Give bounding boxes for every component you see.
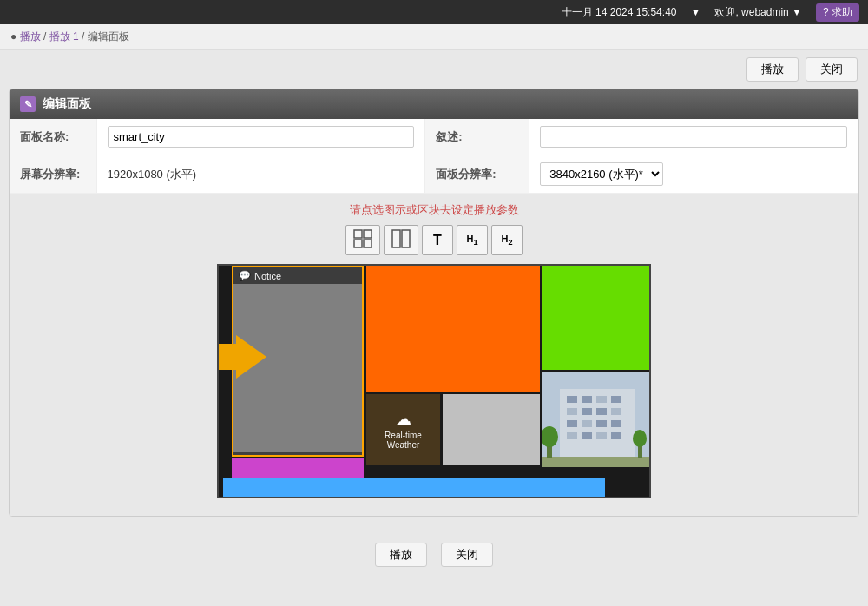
preview-canvas[interactable]: 💬 Notice: [217, 264, 651, 498]
svg-rect-24: [611, 432, 621, 439]
screen-res-label: 屏幕分辨率:: [10, 155, 96, 194]
svg-rect-14: [582, 408, 592, 415]
svg-rect-20: [611, 420, 621, 427]
main-toolbar: 播放 关闭: [0, 50, 868, 89]
add-layout-button[interactable]: [345, 225, 380, 255]
svg-rect-16: [611, 408, 621, 415]
svg-rect-21: [567, 432, 577, 439]
canvas-toolbar: T H1 H2: [27, 225, 841, 255]
svg-rect-15: [596, 408, 607, 415]
panel-editor: ✎ 编辑面板 面板名称: 叙述: 屏幕分辨率: 1920x1080 (水平) 面…: [9, 89, 859, 517]
block-green[interactable]: [542, 266, 651, 370]
name-label: 面板名称:: [10, 119, 96, 155]
text-tool-button[interactable]: T: [422, 225, 453, 255]
breadcrumb-play1[interactable]: 播放 1: [49, 30, 79, 43]
svg-rect-18: [582, 420, 592, 427]
bottom-toolbar: 播放 关闭: [0, 525, 868, 584]
svg-point-29: [633, 430, 647, 447]
weather-icon: ☁: [396, 410, 411, 429]
h1-tool-button[interactable]: H1: [457, 225, 488, 255]
breadcrumb-icon: ●: [10, 30, 20, 43]
close-button-top[interactable]: 关闭: [806, 57, 858, 82]
desc-value-cell: [529, 119, 858, 155]
block-blue-bar[interactable]: [223, 478, 605, 497]
datetime-caret: ▼: [690, 6, 700, 18]
notice-icon: 💬: [239, 270, 251, 281]
svg-rect-3: [364, 240, 372, 247]
panel-header-title: 编辑面板: [43, 96, 91, 112]
help-button[interactable]: ? 求助: [816, 3, 859, 22]
svg-marker-6: [217, 335, 266, 379]
svg-rect-23: [596, 432, 607, 439]
svg-rect-10: [582, 396, 592, 403]
breadcrumb-current: 编辑面板: [88, 30, 129, 43]
canvas-area: 请点选图示或区块去设定播放参数 T H1 H2: [10, 194, 858, 516]
desc-input[interactable]: [540, 126, 847, 148]
name-value-cell: [96, 119, 425, 155]
screen-res-value: 1920x1080 (水平): [96, 155, 425, 194]
play-button-bottom[interactable]: 播放: [375, 543, 427, 567]
svg-rect-2: [354, 240, 362, 247]
canvas-hint: 请点选图示或区块去设定播放参数: [27, 202, 841, 218]
notice-label: Notice: [254, 271, 281, 281]
split-layout-button[interactable]: [384, 225, 418, 255]
weather-label-line1: Real-time: [385, 431, 422, 440]
h2-tool-button[interactable]: H2: [491, 225, 523, 255]
name-input[interactable]: [108, 126, 415, 148]
panel-form: 面板名称: 叙述: 屏幕分辨率: 1920x1080 (水平) 面板分辨率: 1…: [10, 119, 858, 194]
block-orange[interactable]: [366, 266, 540, 392]
svg-rect-0: [354, 230, 362, 238]
edit-icon: ✎: [20, 96, 36, 112]
svg-rect-19: [596, 420, 607, 427]
svg-rect-9: [567, 396, 577, 403]
svg-rect-4: [392, 230, 400, 247]
block-gray[interactable]: [443, 394, 540, 465]
close-button-bottom[interactable]: 关闭: [441, 543, 493, 567]
svg-rect-17: [567, 420, 577, 427]
block-weather[interactable]: ☁ Real-time Weather: [366, 394, 440, 465]
play-button-top[interactable]: 播放: [746, 57, 799, 82]
svg-rect-12: [611, 396, 621, 403]
block-building[interactable]: [542, 372, 651, 467]
panel-res-label: 面板分辨率:: [425, 155, 529, 194]
breadcrumb-play[interactable]: 播放: [20, 30, 41, 43]
panel-res-select[interactable]: 1920x1080 (水平) 3840x2160 (水平)* 1280x720 …: [540, 162, 663, 186]
svg-rect-22: [582, 432, 592, 439]
svg-rect-13: [567, 408, 577, 415]
svg-rect-1: [364, 230, 372, 238]
topbar: 十一月 14 2024 15:54:40 ▼ 欢迎, webadmin ▼ ? …: [0, 0, 868, 24]
svg-rect-5: [402, 230, 410, 247]
arrow-indicator: [217, 331, 266, 385]
desc-label: 叙述:: [425, 119, 529, 155]
welcome-text: 欢迎, webadmin ▼: [714, 5, 802, 20]
svg-rect-25: [542, 457, 651, 467]
datetime: 十一月 14 2024 15:54:40: [562, 5, 677, 20]
breadcrumb: ● 播放 / 播放 1 / 编辑面板: [0, 24, 868, 50]
svg-rect-11: [596, 396, 607, 403]
panel-res-value-cell: 1920x1080 (水平) 3840x2160 (水平)* 1280x720 …: [529, 155, 858, 194]
notice-header: 💬 Notice: [233, 267, 362, 284]
panel-header: ✎ 编辑面板: [10, 89, 858, 119]
weather-label-line2: Weather: [387, 440, 420, 450]
